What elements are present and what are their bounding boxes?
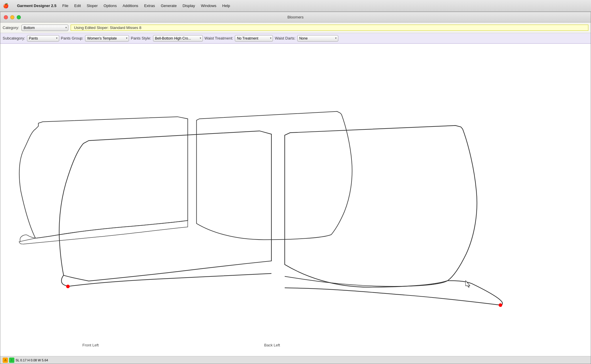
green-status-icon: ↑ [9,358,14,363]
traffic-lights [4,15,21,19]
warning-icon: ⚠ [3,358,8,363]
front-piece-path [59,131,271,281]
menu-extras[interactable]: Extras [141,2,158,9]
front-left-piece [59,131,271,288]
status-bar: ⚠ ↑ SL 0.17 H 0.08 W 5.64 [0,356,591,364]
menu-additions[interactable]: Additions [120,2,141,9]
front-left-point [66,285,70,288]
waist-darts-select[interactable]: None [297,35,338,42]
pants-group-select-wrapper[interactable]: Women's Template ▼ [85,35,129,42]
app-window: Bloomers Category: Bottom ▼ Using Edited… [0,12,591,364]
close-button[interactable] [4,15,8,19]
back-right-outseam [448,281,502,305]
minimize-button[interactable] [10,15,14,19]
app-name[interactable]: Garment Designer 2.5 [14,2,59,9]
toolbar-row2: Subcategory: Pants ▼ Pants Group: Women'… [0,33,591,44]
menu-edit[interactable]: Edit [71,2,84,9]
back-left-label: Back Left [264,343,280,347]
waist-treatment-select-wrapper[interactable]: No Treatment ▼ [235,35,273,42]
menu-display[interactable]: Display [180,2,198,9]
menu-generate[interactable]: Generate [158,2,179,9]
window-title: Bloomers [288,15,304,19]
category-select[interactable]: Bottom [21,25,68,31]
pants-style-select-wrapper[interactable]: Bell-Bottom High Cro... ▼ [153,35,203,42]
subcategory-select[interactable]: Pants [27,35,59,42]
window-titlebar: Bloomers [0,12,591,23]
front-crotch-curve [62,275,68,286]
menu-options[interactable]: Options [101,2,120,9]
apple-logo-icon: 🍎 [4,4,8,8]
pants-style-label: Pants Style: [131,36,151,40]
front-left-label: Front Left [82,343,99,347]
back-lower-hem [285,288,500,305]
pattern-pieces-svg [0,44,591,356]
canvas-area[interactable]: Front Left Back Left [0,44,591,356]
category-label: Category: [3,25,19,30]
back-left-piece [285,126,502,307]
waist-treatment-select[interactable]: No Treatment [235,35,273,42]
back-right-point [499,303,502,307]
waist-darts-label: Waist Darts: [275,36,295,40]
menu-windows[interactable]: Windows [198,2,219,9]
maximize-button[interactable] [17,15,21,19]
pants-group-select[interactable]: Women's Template [85,35,129,42]
back-piece-path [285,126,477,287]
waist-treatment-label: Waist Treatment: [205,36,233,40]
waist-darts-select-wrapper[interactable]: None ▼ [297,35,338,42]
subcategory-select-wrapper[interactable]: Pants ▼ [27,35,59,42]
menu-sloper[interactable]: Sloper [84,2,101,9]
category-select-wrapper[interactable]: Bottom ▼ [21,25,68,31]
menu-file[interactable]: File [59,2,71,9]
status-values: SL 0.17 H 0.08 W 5.64 [16,358,48,362]
menu-help[interactable]: Help [219,2,233,9]
menu-bar: 🍎 Garment Designer 2.5 File Edit Sloper … [0,0,591,12]
subcategory-label: Subcategory: [3,36,25,40]
sloper-info: Using Edited Sloper: Standard Misses 8 [71,25,588,31]
pants-group-label: Pants Group: [61,36,84,40]
cursor-icon [466,281,470,287]
toolbar-row1: Category: Bottom ▼ Using Edited Sloper: … [0,23,591,33]
pants-style-select[interactable]: Bell-Bottom High Cro... [153,35,203,42]
